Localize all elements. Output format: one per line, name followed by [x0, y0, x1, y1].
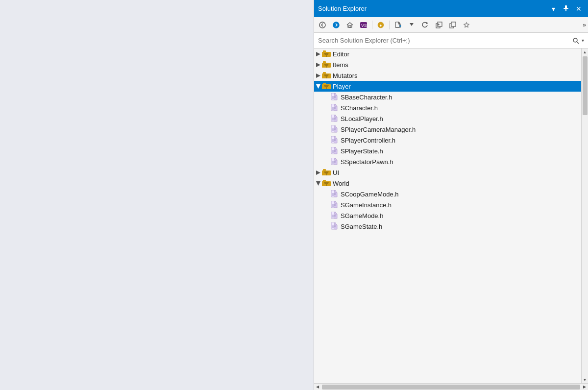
new-file-button[interactable]	[392, 19, 404, 31]
item-label-sstate: SPlayerState.h	[341, 147, 383, 155]
expand-btn-scoop[interactable]	[322, 190, 330, 198]
vs-button[interactable]: VS	[357, 19, 370, 31]
tree-item-sbasechar[interactable]: SBaseCharacter.h	[314, 92, 581, 102]
collapse-button[interactable]	[433, 19, 445, 31]
svg-rect-21	[451, 22, 456, 26]
tree-item-schar[interactable]: SCharacter.h	[314, 102, 581, 113]
tree-item-items[interactable]: Items	[314, 59, 581, 70]
tree-item-editor[interactable]: Editor	[314, 49, 581, 59]
item-label-items: Items	[333, 61, 348, 69]
item-icon-ui	[322, 169, 331, 176]
back-button[interactable]	[316, 19, 329, 31]
tree-item-scontroller[interactable]: SPlayerController.h	[314, 135, 581, 146]
svg-rect-106	[323, 180, 326, 182]
item-label-player: Player	[333, 83, 351, 90]
tree-item-scoop[interactable]: SCoopGameMode.h	[314, 189, 581, 199]
item-label-sbasechar: SBaseCharacter.h	[341, 94, 392, 101]
item-icon-sstate	[330, 147, 339, 155]
scroll-left-arrow[interactable]: ◀	[314, 384, 321, 390]
scroll-down-arrow[interactable]: ▼	[582, 376, 588, 383]
home-button[interactable]	[343, 19, 356, 31]
forward-button[interactable]	[330, 19, 343, 31]
item-icon-slocalplayer	[330, 115, 339, 122]
item-icon-sbasechar	[330, 93, 339, 101]
tree-item-sgameinstance[interactable]: SGameInstance.h	[314, 199, 581, 210]
item-icon-world	[322, 179, 331, 187]
expand-btn-ui[interactable]	[314, 169, 322, 176]
dropdown-new-button[interactable]	[405, 19, 418, 31]
item-label-slocalplayer: SLocalPlayer.h	[341, 115, 383, 122]
close-button[interactable]: ✕	[573, 3, 584, 14]
item-label-scameramanager: SPlayerCameraManager.h	[341, 126, 416, 133]
expand-btn-sgameinstance[interactable]	[322, 201, 330, 209]
tree-item-ui[interactable]: UI	[314, 167, 581, 178]
svg-marker-30	[316, 63, 320, 67]
tree-item-slocalplayer[interactable]: SLocalPlayer.h	[314, 113, 581, 124]
scroll-up-arrow[interactable]: ▲	[582, 49, 588, 55]
search-dropdown-btn[interactable]: ▾	[582, 38, 584, 43]
expand-btn-schar[interactable]	[322, 104, 330, 112]
tree-item-scameramanager[interactable]: SPlayerCameraManager.h	[314, 124, 581, 135]
expand-btn-scameramanager[interactable]	[322, 125, 330, 133]
svg-rect-1	[564, 8, 568, 9]
toolbar-more[interactable]: »	[583, 22, 586, 28]
tree-item-mutators[interactable]: Mutators	[314, 70, 581, 81]
svg-line-23	[577, 42, 579, 44]
expand-btn-sstate[interactable]	[322, 147, 330, 155]
vertical-scrollbar[interactable]: ▲ ▼	[581, 49, 588, 383]
expand-btn-slocalplayer[interactable]	[322, 115, 330, 122]
expand-btn-sgamestate[interactable]	[322, 222, 330, 230]
copy-button[interactable]	[446, 19, 459, 31]
svg-marker-36	[316, 73, 320, 78]
svg-point-22	[573, 38, 577, 42]
expand-btn-player[interactable]	[314, 82, 322, 90]
tree-item-sstate[interactable]: SPlayerState.h	[314, 146, 581, 156]
separator-2	[389, 21, 390, 29]
dropdown-button[interactable]: ▾	[548, 3, 559, 14]
item-label-mutators: Mutators	[333, 72, 358, 79]
item-icon-mutators	[322, 72, 331, 79]
scroll-right-arrow[interactable]: ▶	[581, 384, 588, 390]
item-icon-player	[322, 82, 331, 90]
svg-text:VS: VS	[361, 23, 367, 28]
svg-marker-24	[316, 52, 320, 56]
search-button[interactable]	[571, 36, 581, 46]
expand-btn-scontroller[interactable]	[322, 136, 330, 144]
search-box: ▾	[314, 33, 588, 49]
item-icon-sgamemode	[330, 212, 339, 219]
expand-btn-sbasechar[interactable]	[322, 93, 330, 101]
properties-button[interactable]	[460, 19, 473, 31]
expand-btn-sgamemode[interactable]	[322, 212, 330, 219]
item-label-sspectator: SSpectatorPawn.h	[341, 158, 393, 166]
item-label-sgameinstance: SGameInstance.h	[341, 201, 392, 209]
item-icon-sgamestate	[330, 222, 339, 230]
title-bar-text: Solution Explorer	[318, 5, 548, 12]
expand-btn-mutators[interactable]	[314, 72, 322, 79]
tree-item-player[interactable]: Player	[314, 81, 581, 92]
tree-item-sgamemode[interactable]: SGameMode.h	[314, 210, 581, 221]
item-icon-editor	[322, 50, 331, 58]
item-label-editor: Editor	[333, 50, 349, 58]
search-input[interactable]	[318, 37, 571, 44]
horizontal-scrollbar[interactable]: ◀ ▶	[314, 383, 588, 390]
svg-marker-42	[316, 84, 320, 89]
svg-point-3	[319, 22, 325, 28]
tree-item-sspectator[interactable]: SSpectatorPawn.h	[314, 156, 581, 167]
item-icon-sgameinstance	[330, 201, 339, 209]
h-scroll-thumb[interactable]	[322, 385, 580, 390]
refresh-button[interactable]	[419, 19, 432, 31]
expand-btn-editor[interactable]	[314, 50, 322, 58]
item-label-sgamestate: SGameState.h	[341, 223, 382, 230]
pin-button[interactable]	[561, 3, 571, 14]
scroll-thumb[interactable]	[583, 56, 588, 115]
item-label-ui: UI	[333, 169, 339, 176]
expand-btn-items[interactable]	[314, 61, 322, 69]
svg-rect-33	[323, 61, 326, 63]
item-icon-sspectator	[330, 158, 339, 166]
tree-item-sgamestate[interactable]: SGameState.h	[314, 221, 581, 232]
tree-item-world[interactable]: World	[314, 178, 581, 189]
expand-btn-sspectator[interactable]	[322, 158, 330, 166]
filter-button[interactable]: ●	[374, 19, 387, 31]
main-background: Solution Explorer ▾ ✕	[0, 0, 588, 390]
expand-btn-world[interactable]	[314, 179, 322, 187]
